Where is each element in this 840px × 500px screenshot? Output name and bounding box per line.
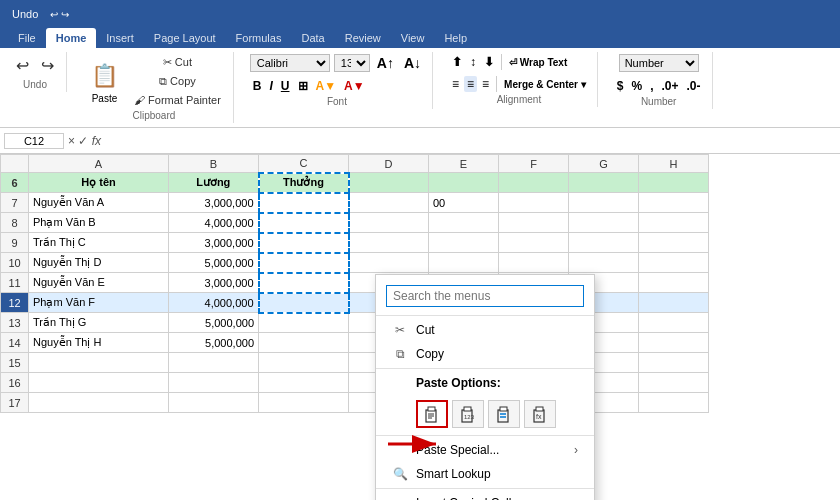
tab-help[interactable]: Help bbox=[434, 28, 477, 48]
cell-D10[interactable] bbox=[349, 253, 429, 273]
cell-D9[interactable] bbox=[349, 233, 429, 253]
cell-C12[interactable] bbox=[259, 293, 349, 313]
cell-G7[interactable] bbox=[569, 193, 639, 213]
align-middle-btn[interactable]: ↕ bbox=[467, 54, 479, 70]
col-header-F[interactable]: F bbox=[499, 155, 569, 173]
paste-btn[interactable]: 📋 bbox=[83, 59, 126, 93]
cell-F9[interactable] bbox=[499, 233, 569, 253]
currency-btn[interactable]: $ bbox=[614, 78, 627, 94]
cell-A9[interactable]: Trần Thị C bbox=[29, 233, 169, 253]
number-format-select[interactable]: Number bbox=[619, 54, 699, 72]
tab-insert[interactable]: Insert bbox=[96, 28, 144, 48]
paste-btn-2[interactable]: 123 bbox=[452, 400, 484, 428]
cell-A11[interactable]: Nguyễn Văn E bbox=[29, 273, 169, 293]
cell-C15[interactable] bbox=[259, 353, 349, 373]
cell-B11[interactable]: 3,000,000 bbox=[169, 273, 259, 293]
cell-A7[interactable]: Nguyễn Văn A bbox=[29, 193, 169, 213]
cell-B17[interactable] bbox=[169, 393, 259, 413]
tab-page-layout[interactable]: Page Layout bbox=[144, 28, 226, 48]
cell-A6[interactable]: Họ tên bbox=[29, 173, 169, 193]
border-btn[interactable]: ⊞ bbox=[295, 78, 311, 94]
cell-B10[interactable]: 5,000,000 bbox=[169, 253, 259, 273]
cell-G8[interactable] bbox=[569, 213, 639, 233]
underline-btn[interactable]: U bbox=[278, 78, 293, 94]
paste-btn-1[interactable] bbox=[416, 400, 448, 428]
col-header-B[interactable]: B bbox=[169, 155, 259, 173]
cell-H6[interactable] bbox=[639, 173, 709, 193]
cell-C6[interactable]: Thưởng bbox=[259, 173, 349, 193]
font-color-btn[interactable]: A▼ bbox=[341, 78, 368, 94]
cell-B7[interactable]: 3,000,000 bbox=[169, 193, 259, 213]
col-header-A[interactable]: A bbox=[29, 155, 169, 173]
cell-H14[interactable] bbox=[639, 333, 709, 353]
fill-color-btn[interactable]: A▼ bbox=[313, 78, 340, 94]
cell-F7[interactable] bbox=[499, 193, 569, 213]
cell-A15[interactable] bbox=[29, 353, 169, 373]
cell-B12[interactable]: 4,000,000 bbox=[169, 293, 259, 313]
cell-B13[interactable]: 5,000,000 bbox=[169, 313, 259, 333]
align-left-btn[interactable]: ≡ bbox=[449, 76, 462, 92]
cut-menu-item[interactable]: ✂ Cut bbox=[376, 318, 594, 342]
cell-C7[interactable] bbox=[259, 193, 349, 213]
cell-B16[interactable] bbox=[169, 373, 259, 393]
tab-review[interactable]: Review bbox=[335, 28, 391, 48]
tab-file[interactable]: File bbox=[8, 28, 46, 48]
cell-F10[interactable] bbox=[499, 253, 569, 273]
tab-formulas[interactable]: Formulas bbox=[226, 28, 292, 48]
cell-A8[interactable]: Phạm Văn B bbox=[29, 213, 169, 233]
cell-H8[interactable] bbox=[639, 213, 709, 233]
cell-A12[interactable]: Phạm Văn F bbox=[29, 293, 169, 313]
cell-C14[interactable] bbox=[259, 333, 349, 353]
cell-H12[interactable] bbox=[639, 293, 709, 313]
cell-C9[interactable] bbox=[259, 233, 349, 253]
cell-D7[interactable] bbox=[349, 193, 429, 213]
cell-E6[interactable] bbox=[429, 173, 499, 193]
cell-B14[interactable]: 5,000,000 bbox=[169, 333, 259, 353]
cell-F8[interactable] bbox=[499, 213, 569, 233]
format-painter-btn[interactable]: 🖌 Format Painter bbox=[130, 92, 225, 108]
dec-inc-btn[interactable]: .0+ bbox=[659, 78, 682, 94]
cell-E8[interactable] bbox=[429, 213, 499, 233]
cell-E10[interactable] bbox=[429, 253, 499, 273]
align-right-btn[interactable]: ≡ bbox=[479, 76, 492, 92]
cell-H16[interactable] bbox=[639, 373, 709, 393]
cell-B6[interactable]: Lương bbox=[169, 173, 259, 193]
italic-btn[interactable]: I bbox=[266, 78, 275, 94]
merge-center-btn[interactable]: Merge & Center ▾ bbox=[501, 76, 589, 92]
comma-btn[interactable]: , bbox=[647, 78, 656, 94]
col-header-E[interactable]: E bbox=[429, 155, 499, 173]
formula-input[interactable] bbox=[105, 133, 836, 149]
redo-btn[interactable]: ↪ bbox=[37, 54, 58, 77]
col-header-D[interactable]: D bbox=[349, 155, 429, 173]
cell-D6[interactable] bbox=[349, 173, 429, 193]
cell-A16[interactable] bbox=[29, 373, 169, 393]
smart-lookup-menu-item[interactable]: 🔍 Smart Lookup bbox=[376, 462, 594, 486]
percent-btn[interactable]: % bbox=[628, 78, 645, 94]
col-header-H[interactable]: H bbox=[639, 155, 709, 173]
cell-G9[interactable] bbox=[569, 233, 639, 253]
cell-H11[interactable] bbox=[639, 273, 709, 293]
cell-H15[interactable] bbox=[639, 353, 709, 373]
col-header-G[interactable]: G bbox=[569, 155, 639, 173]
cell-reference-input[interactable] bbox=[4, 133, 64, 149]
wrap-text-btn[interactable]: ⏎ Wrap Text bbox=[506, 54, 570, 70]
paste-btn-4[interactable]: fx bbox=[524, 400, 556, 428]
cell-G6[interactable] bbox=[569, 173, 639, 193]
cell-C8[interactable] bbox=[259, 213, 349, 233]
cell-H10[interactable] bbox=[639, 253, 709, 273]
tab-data[interactable]: Data bbox=[291, 28, 334, 48]
cell-C11[interactable] bbox=[259, 273, 349, 293]
font-shrink-btn[interactable]: A↓ bbox=[401, 54, 424, 72]
font-select[interactable]: Calibri bbox=[250, 54, 330, 72]
copy-btn[interactable]: ⧉ Copy bbox=[130, 73, 225, 90]
cell-A13[interactable]: Trần Thị G bbox=[29, 313, 169, 333]
cell-B9[interactable]: 3,000,000 bbox=[169, 233, 259, 253]
cut-btn[interactable]: ✂ Cut bbox=[130, 54, 225, 71]
align-top-btn[interactable]: ⬆ bbox=[449, 54, 465, 70]
paste-btn-3[interactable] bbox=[488, 400, 520, 428]
tab-home[interactable]: Home bbox=[46, 28, 97, 48]
cell-B8[interactable]: 4,000,000 bbox=[169, 213, 259, 233]
cell-D8[interactable] bbox=[349, 213, 429, 233]
cell-C10[interactable] bbox=[259, 253, 349, 273]
cell-G10[interactable] bbox=[569, 253, 639, 273]
